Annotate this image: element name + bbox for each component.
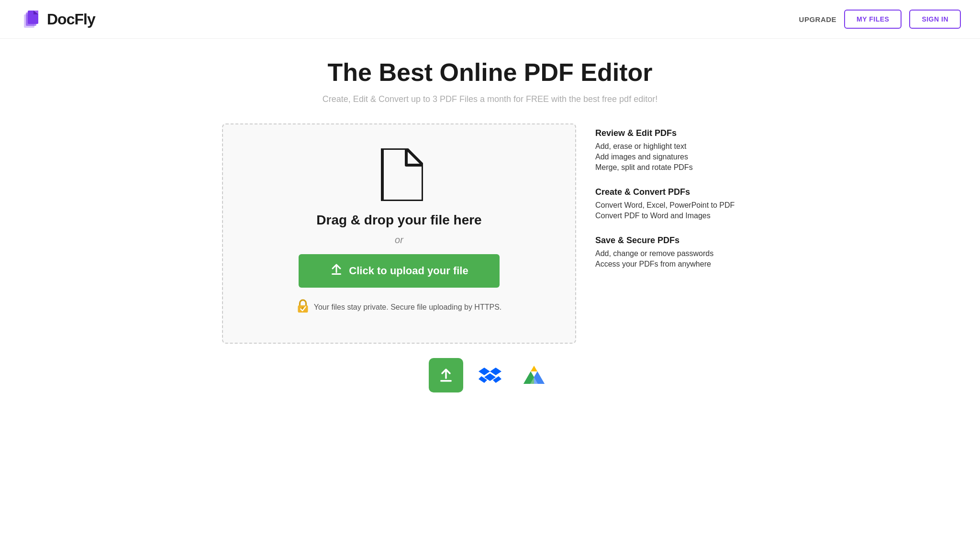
feature-item-0-1: Add images and signatures <box>595 153 758 161</box>
upload-sources <box>222 358 758 392</box>
feature-heading-0: Review & Edit PDFs <box>595 128 758 138</box>
feature-heading-2: Save & Secure PDFs <box>595 235 758 246</box>
google-drive-button[interactable] <box>517 358 551 392</box>
upload-button-icon <box>330 263 343 279</box>
svg-marker-20 <box>534 371 545 384</box>
logo-text: DocFly <box>47 11 95 28</box>
svg-marker-19 <box>523 371 534 384</box>
upload-arrow-icon <box>330 263 343 276</box>
security-text: Your files stay private. Secure file upl… <box>314 303 502 312</box>
drag-drop-text: Drag & drop your file here <box>316 213 481 228</box>
logo-icon <box>19 8 42 31</box>
page-subtitle: Create, Edit & Convert up to 3 PDF Files… <box>222 94 758 104</box>
svg-rect-4 <box>332 273 341 275</box>
feature-item-2-0: Add, change or remove passwords <box>595 249 758 258</box>
upgrade-link[interactable]: UPGRADE <box>799 15 837 23</box>
dropbox-icon <box>478 363 502 388</box>
feature-heading-1: Create & Convert PDFs <box>595 187 758 197</box>
dropbox-button[interactable] <box>473 358 507 392</box>
file-icon <box>375 148 423 201</box>
security-note: Your files stay private. Secure file upl… <box>297 299 502 315</box>
header: DocFly UPGRADE MY FILES SIGN IN <box>0 0 980 39</box>
lock-svg <box>297 299 309 313</box>
feature-item-2-1: Access your PDFs from anywhere <box>595 260 758 269</box>
feature-item-1-0: Convert Word, Excel, PowerPoint to PDF <box>595 201 758 210</box>
main-content: The Best Online PDF Editor Create, Edit … <box>203 39 777 402</box>
svg-marker-10 <box>479 368 490 375</box>
page-title: The Best Online PDF Editor <box>222 58 758 87</box>
lock-icon <box>297 299 309 315</box>
dropzone[interactable]: Drag & drop your file here or Click to u… <box>222 123 576 344</box>
my-files-button[interactable]: MY FILES <box>844 10 902 29</box>
google-drive-icon <box>522 363 546 388</box>
feature-item-0-2: Merge, split and rotate PDFs <box>595 163 758 172</box>
feature-item-1-1: Convert PDF to Word and Images <box>595 212 758 220</box>
feature-item-0-0: Add, erase or highlight text <box>595 142 758 151</box>
feature-group-2: Save & Secure PDFs Add, change or remove… <box>595 235 758 269</box>
upload-button[interactable]: Click to upload your file <box>299 254 500 288</box>
header-nav: UPGRADE MY FILES SIGN IN <box>799 10 961 29</box>
feature-group-0: Review & Edit PDFs Add, erase or highlig… <box>595 128 758 172</box>
svg-marker-11 <box>490 368 501 375</box>
sign-in-button[interactable]: SIGN IN <box>909 10 961 29</box>
local-upload-icon <box>437 367 455 384</box>
svg-marker-18 <box>531 366 537 371</box>
feature-group-1: Create & Convert PDFs Convert Word, Exce… <box>595 187 758 220</box>
or-text: or <box>395 235 403 246</box>
features-panel: Review & Edit PDFs Add, erase or highlig… <box>595 123 758 284</box>
content-row: Drag & drop your file here or Click to u… <box>222 123 758 344</box>
svg-rect-9 <box>440 380 452 382</box>
upload-button-label: Click to upload your file <box>349 265 468 277</box>
logo: DocFly <box>19 8 95 31</box>
local-upload-button[interactable] <box>429 358 463 392</box>
